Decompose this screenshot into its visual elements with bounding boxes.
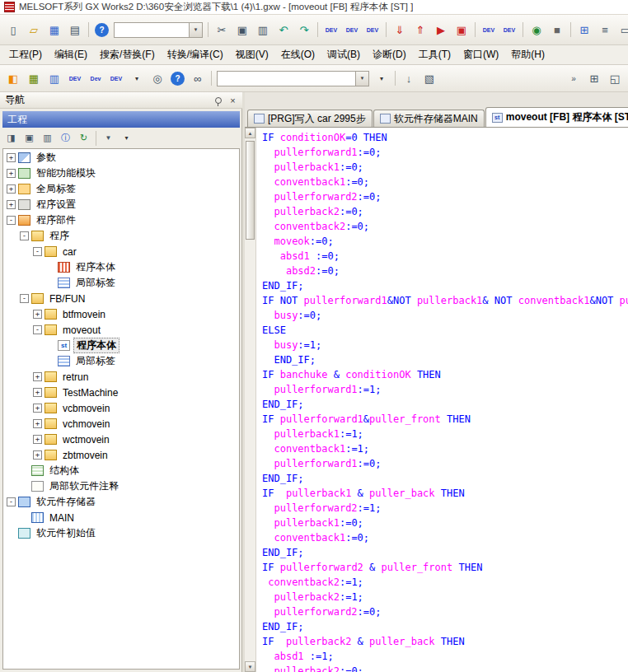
monitor-write-mode-icon[interactable]: ▣ — [452, 20, 471, 40]
find-combo[interactable]: ▼ — [217, 71, 369, 86]
menu-view[interactable]: 视图(V) — [230, 45, 274, 64]
cut-icon[interactable]: ✂ — [212, 20, 232, 40]
fb-selection-window-icon[interactable]: ▦ — [24, 68, 44, 88]
stop-monitor-icon[interactable]: ■ — [547, 20, 567, 40]
device-batch-monitor-icon[interactable]: DEV — [479, 20, 499, 40]
save-project-icon[interactable]: ▦ — [45, 20, 64, 40]
download-program-icon[interactable]: ⇓ — [390, 20, 410, 40]
refresh-icon[interactable]: ↻ — [75, 129, 92, 147]
vertical-scrollbar[interactable]: ▲ ▼ — [245, 128, 256, 672]
expand-icon[interactable]: + — [33, 310, 42, 319]
tree-item-intelligent-function-module[interactable]: +智能功能模块 — [3, 166, 239, 181]
pin-icon[interactable] — [212, 94, 224, 106]
copy-data-icon[interactable]: ▣ — [21, 129, 38, 147]
tree-item-zbtmovein[interactable]: +zbtmovein — [3, 447, 239, 463]
device-dropdown-icon[interactable]: ▾ — [127, 68, 147, 88]
collapse-icon[interactable]: - — [7, 497, 16, 506]
menu-online[interactable]: 在线(O) — [275, 45, 321, 64]
collapse-icon[interactable]: - — [20, 231, 29, 240]
paste-data-icon[interactable]: ▥ — [39, 129, 56, 147]
copy-icon[interactable]: ▣ — [232, 20, 252, 40]
help-round-icon[interactable]: ? — [171, 72, 185, 86]
menu-edit[interactable]: 编辑(E) — [49, 45, 93, 64]
tab-moveout-fb-program-body[interactable]: stmoveout [FB] 程序本体 [ST] — [485, 107, 628, 127]
collapse-icon[interactable]: - — [33, 247, 42, 256]
close-icon[interactable]: × — [227, 94, 239, 106]
find-dropdown-icon[interactable]: ▾ — [372, 68, 391, 88]
tree-item-car-program-body[interactable]: 程序本体 — [3, 259, 239, 275]
navigation-window-icon[interactable]: ◧ — [3, 68, 23, 88]
tree-item-retrun[interactable]: +retrun — [3, 369, 239, 385]
window-select-combo[interactable]: ▼ — [114, 22, 203, 38]
scroll-thumb[interactable] — [246, 141, 255, 240]
new-window-icon[interactable]: ⊞ — [584, 68, 604, 88]
menu-diagnostics[interactable]: 诊断(D) — [367, 45, 412, 64]
write-to-plc-icon[interactable]: DEV — [321, 20, 341, 40]
read-from-plc-icon[interactable]: DEV — [342, 20, 362, 40]
verify-with-plc-icon[interactable]: DEV — [363, 20, 382, 40]
tree-item-vchmovein[interactable]: +vchmovein — [3, 416, 239, 432]
new-project-icon[interactable]: ▯ — [3, 20, 23, 40]
menu-debug[interactable]: 调试(B) — [321, 45, 366, 64]
paste-icon[interactable]: ▥ — [253, 20, 273, 40]
tree-item-vcbmovein[interactable]: +vcbmovein — [3, 400, 239, 416]
monitor-mode-icon[interactable]: ▶ — [431, 20, 451, 40]
note-icon[interactable]: ▭ — [616, 20, 628, 40]
upload-program-icon[interactable]: ⇑ — [410, 20, 430, 40]
tree-item-car[interactable]: -car — [3, 244, 239, 259]
scroll-down-icon[interactable]: ▼ — [245, 661, 255, 672]
modify-value-icon[interactable]: ▧ — [419, 68, 439, 88]
info-icon[interactable]: ⓘ — [57, 129, 74, 147]
set-device-value-icon[interactable]: ↓ — [399, 68, 419, 88]
menu-convert-compile[interactable]: 转换/编译(C) — [162, 45, 229, 64]
find-icon[interactable]: ∞ — [188, 68, 208, 88]
tree-item-moveout-program-body[interactable]: st程序本体 — [3, 338, 239, 353]
expand-icon[interactable]: + — [33, 419, 42, 428]
tree-item-device-memory-main[interactable]: MAIN — [3, 510, 239, 525]
combo-dropdown-icon[interactable]: ▼ — [355, 72, 368, 86]
undo-icon[interactable]: ↶ — [274, 20, 293, 40]
expand-icon[interactable]: + — [33, 388, 42, 397]
tree-item-moveout-local-label[interactable]: 局部标签 — [3, 353, 239, 369]
tree-item-fb-fun[interactable]: -FB/FUN — [3, 291, 239, 306]
device-monitor-icon[interactable]: DEV — [106, 68, 126, 88]
expand-icon[interactable]: + — [7, 153, 16, 162]
device-memory-icon[interactable]: Dev — [86, 68, 105, 88]
tab-prg-write-car[interactable]: [PRG]写入 car 2995步 — [247, 110, 373, 127]
combo-dropdown-icon[interactable]: ▼ — [189, 23, 202, 37]
expand-icon[interactable]: + — [7, 184, 16, 194]
expand-icon[interactable]: + — [33, 404, 42, 413]
tree-item-program-setting[interactable]: +程序设置 — [3, 197, 239, 212]
tree-item-structured-data-types[interactable]: 结构体 — [3, 463, 239, 478]
open-project-icon[interactable]: ▱ — [24, 20, 44, 40]
expand-icon[interactable]: + — [33, 372, 42, 381]
tree-item-btfmovein[interactable]: +btfmovein — [3, 306, 239, 322]
tree-item-moveout[interactable]: -moveout — [3, 322, 239, 338]
menu-window[interactable]: 窗口(W) — [457, 45, 504, 64]
tree-item-wctmovein[interactable]: +wctmovein — [3, 432, 239, 447]
tab-device-memory-main[interactable]: 软元件存储器MAIN — [373, 110, 485, 127]
print-icon[interactable]: ▤ — [65, 20, 85, 40]
tree-item-pou[interactable]: -程序部件 — [3, 212, 239, 228]
code-editor[interactable]: IF conditionOK=0 THEN pullerforward1:=0;… — [256, 128, 628, 672]
output-window-icon[interactable]: ▥ — [45, 68, 64, 88]
start-monitor-icon[interactable]: ◉ — [527, 20, 546, 40]
tree-item-global-label[interactable]: +全局标签 — [3, 181, 239, 197]
filter-dropdown-icon[interactable]: ▾ — [118, 129, 135, 147]
collapse-icon[interactable]: - — [7, 216, 16, 225]
tree-item-device-memory[interactable]: -软元件存储器 — [3, 494, 239, 510]
device-test-icon[interactable]: DEV — [499, 20, 519, 40]
help-icon[interactable]: ? — [95, 23, 109, 37]
ladder-mode-icon[interactable]: ⊞ — [574, 20, 594, 40]
expand-icon[interactable]: + — [7, 169, 16, 178]
docking-select-icon[interactable]: ◨ — [2, 129, 20, 147]
watch-window-icon[interactable]: ◎ — [148, 68, 167, 88]
tree-item-device-initial-value[interactable]: 软元件初始值 — [3, 525, 239, 541]
expand-icon[interactable]: + — [33, 435, 42, 444]
menu-help[interactable]: 帮助(H) — [505, 45, 551, 64]
tree-item-car-local-label[interactable]: 局部标签 — [3, 275, 239, 291]
toolbar-overflow-icon[interactable]: » — [564, 68, 583, 88]
tree-item-parameter[interactable]: +参数 — [3, 150, 239, 166]
arrange-windows-icon[interactable]: ◱ — [605, 68, 625, 88]
menu-find-replace[interactable]: 搜索/替换(F) — [94, 45, 161, 64]
